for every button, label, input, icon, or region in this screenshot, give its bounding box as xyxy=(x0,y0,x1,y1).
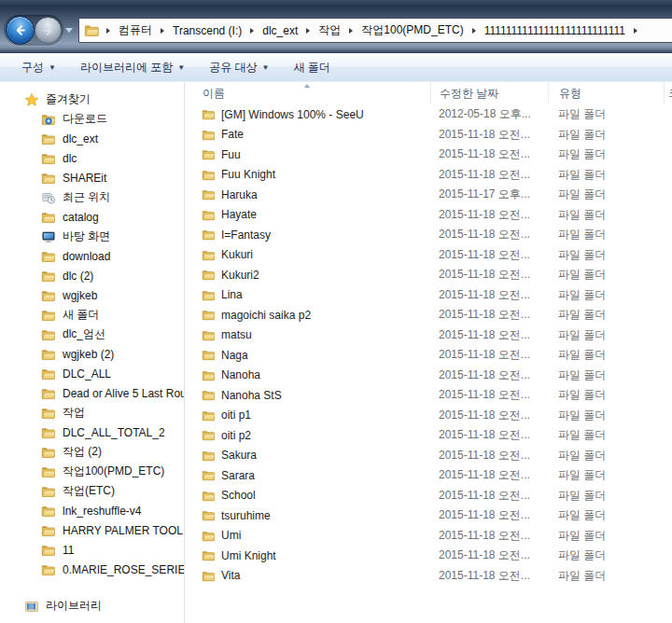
file-row[interactable]: Sarara 2015-11-18 오전... 파일 폴더 xyxy=(185,465,672,486)
file-row[interactable]: Haruka 2015-11-17 오후... 파일 폴더 xyxy=(185,185,672,205)
file-row[interactable]: Kukuri2 2015-11-18 오전... 파일 폴더 xyxy=(185,265,672,285)
file-row[interactable]: Kukuri 2015-11-18 오전... 파일 폴더 xyxy=(185,245,672,266)
file-row[interactable]: Nanoha 2015-11-18 오전... 파일 폴더 xyxy=(185,366,672,386)
file-type: 파일 폴더 xyxy=(548,187,664,202)
sidebar-item-label: lnk_reshuffle-v4 xyxy=(63,505,142,518)
column-header-type[interactable]: 유형 xyxy=(548,82,664,104)
toolbar-button[interactable]: 공유 대상 ▼ xyxy=(197,56,281,79)
sidebar-item-label: dlc (2) xyxy=(63,270,93,283)
folder-icon xyxy=(202,228,216,242)
sidebar-item[interactable]: wgjkeb xyxy=(0,285,184,305)
folder-icon xyxy=(202,107,216,121)
file-row[interactable]: Lina 2015-11-18 오전... 파일 폴더 xyxy=(185,285,672,306)
breadcrumb-arrow-icon[interactable] xyxy=(250,28,254,34)
column-header-size[interactable]: 크기 xyxy=(664,82,672,104)
sidebar-item[interactable]: HARRY PALMER TOOL xyxy=(0,520,184,540)
sidebar-item[interactable]: 작업100(PMD_ETC) xyxy=(0,462,184,481)
file-row[interactable]: Fuu Knight 2015-11-18 오전... 파일 폴더 xyxy=(185,165,672,186)
file-row[interactable]: School 2015-11-18 오전... 파일 폴더 xyxy=(185,486,672,506)
favorites-section: 즐겨찾기 다운로드 dlc_ext xyxy=(0,90,184,596)
toolbar-button[interactable]: 구성 ▼ xyxy=(9,56,68,79)
file-row[interactable]: Hayate 2015-11-18 오전... 파일 폴더 xyxy=(185,205,672,226)
file-row[interactable]: oiti p2 2015-11-18 오전... 파일 폴더 xyxy=(185,425,672,446)
recent-places-icon xyxy=(41,190,56,205)
sidebar-item[interactable]: dlc (2) xyxy=(0,266,184,285)
favorites-root[interactable]: 즐겨찾기 xyxy=(0,90,184,109)
folder-icon xyxy=(202,408,216,422)
file-type: 파일 폴더 xyxy=(548,307,664,323)
file-row[interactable]: Vita 2015-11-18 오전... 파일 폴더 xyxy=(185,566,672,587)
breadcrumb-arrow-icon[interactable] xyxy=(161,28,164,34)
recent-pages-chevron-icon[interactable] xyxy=(65,28,73,33)
file-row[interactable]: Fate 2015-11-18 오전... 파일 폴더 xyxy=(185,125,672,145)
folder-icon xyxy=(202,268,216,282)
sidebar-item[interactable]: lnk_reshuffle-v4 xyxy=(0,501,184,520)
breadcrumb-segment[interactable]: 컴퓨터 xyxy=(114,19,157,42)
sidebar-item[interactable]: catalog xyxy=(0,207,184,227)
libraries-root[interactable]: 라이브러리 xyxy=(0,596,184,616)
breadcrumb-segment[interactable]: 11111111111111111111111111 xyxy=(480,21,630,41)
folder-icon xyxy=(41,327,56,342)
sidebar-item[interactable]: dlc_엄선 xyxy=(0,325,184,344)
folder-icon xyxy=(202,208,216,222)
breadcrumb-arrow-icon[interactable] xyxy=(349,28,353,34)
forward-button[interactable] xyxy=(35,17,62,44)
sidebar-item[interactable]: 다운로드 xyxy=(0,109,184,129)
column-header-date[interactable]: 수정한 날짜 xyxy=(430,82,548,104)
file-row[interactable]: magoichi saika p2 2015-11-18 오전... 파일 폴더 xyxy=(185,305,672,325)
breadcrumb-segment[interactable]: dlc_ext xyxy=(258,21,302,41)
file-name: I=Fantasy xyxy=(221,228,271,242)
breadcrumb: 컴퓨터 Transcend (I:) dlc_ext 작업 작업100(PMD_… xyxy=(114,19,641,42)
file-name-cell: Nanoha StS xyxy=(185,388,430,402)
folder-icon xyxy=(202,489,216,503)
sidebar-item[interactable]: SHAREit xyxy=(0,168,184,187)
sidebar-item[interactable]: 최근 위치 xyxy=(0,187,184,207)
toolbar-button[interactable]: 라이브러리에 포함 ▼ xyxy=(68,56,197,79)
breadcrumb-arrow-icon[interactable] xyxy=(472,28,476,34)
folder-icon xyxy=(202,569,216,583)
toolbar-button[interactable]: 새 폴더 xyxy=(281,56,346,79)
file-row[interactable]: Umi Knight 2015-11-18 오전... 파일 폴더 xyxy=(185,546,672,566)
sidebar-item[interactable]: 11 xyxy=(0,540,184,560)
back-arrow-icon xyxy=(13,23,27,37)
file-row[interactable]: Sakura 2015-11-18 오전... 파일 폴더 xyxy=(185,446,672,466)
sidebar-item[interactable]: 작업 (2) xyxy=(0,442,184,462)
breadcrumb-arrow-icon[interactable] xyxy=(306,28,310,34)
sidebar-item[interactable]: DLC_ALL_TOTAL_2 xyxy=(0,422,184,442)
breadcrumb-segment[interactable]: 작업100(PMD_ETC) xyxy=(357,19,468,42)
address-bar[interactable]: 컴퓨터 Transcend (I:) dlc_ext 작업 작업100(PMD_… xyxy=(78,18,672,43)
sidebar-item[interactable]: download xyxy=(0,246,184,266)
file-list: [GM] Windows 100% - SeeU 2012-05-18 오후..… xyxy=(185,104,672,623)
sidebar-item[interactable]: dlc xyxy=(0,148,184,168)
file-row[interactable]: [GM] Windows 100% - SeeU 2012-05-18 오후..… xyxy=(185,104,672,125)
sidebar-item[interactable]: Dead or Alive 5 Last Round xyxy=(0,383,184,403)
sidebar-item[interactable]: dlc_ext xyxy=(0,129,184,148)
breadcrumb-segment[interactable]: 작업 xyxy=(314,19,345,42)
sidebar-item[interactable]: DLC_ALL xyxy=(0,364,184,383)
sidebar-item-label: 작업 xyxy=(63,405,85,421)
file-row[interactable]: Fuu 2015-11-18 오전... 파일 폴더 xyxy=(185,145,672,165)
sidebar-item[interactable]: 작업(ETC) xyxy=(0,481,184,501)
file-row[interactable]: oiti p1 2015-11-18 오전... 파일 폴더 xyxy=(185,406,672,426)
sidebar-item[interactable]: 새 폴더 xyxy=(0,305,184,325)
command-toolbar: 구성 ▼ 라이브러리에 포함 ▼ 공유 대상 ▼ 새 폴더 xyxy=(0,54,672,82)
file-row[interactable]: Nanoha StS 2015-11-18 오전... 파일 폴더 xyxy=(185,385,672,406)
file-row[interactable]: I=Fantasy 2015-11-18 오전... 파일 폴더 xyxy=(185,225,672,245)
sidebar-item[interactable]: 작업 xyxy=(0,403,184,422)
sidebar-item[interactable]: wgjkeb (2) xyxy=(0,344,184,364)
file-row[interactable]: Umi 2015-11-18 오전... 파일 폴더 xyxy=(185,526,672,547)
breadcrumb-segment[interactable]: Transcend (I:) xyxy=(168,21,246,41)
file-name-cell: I=Fantasy xyxy=(185,228,430,242)
breadcrumb-arrow-icon[interactable] xyxy=(106,28,110,34)
file-row[interactable]: matsu 2015-11-18 오전... 파일 폴더 xyxy=(185,325,672,346)
sidebar-item[interactable]: 0.MARIE_ROSE_SERIES xyxy=(0,560,184,579)
back-button[interactable] xyxy=(6,16,35,45)
file-type: 파일 폴더 xyxy=(548,507,664,523)
file-row[interactable]: Naga 2015-11-18 오전... 파일 폴더 xyxy=(185,345,672,366)
breadcrumb-arrow-icon[interactable] xyxy=(634,28,637,34)
content-area: 즐겨찾기 다운로드 dlc_ext xyxy=(0,82,672,623)
file-type: 파일 폴더 xyxy=(548,568,664,584)
sidebar-item[interactable]: 바탕 화면 xyxy=(0,227,184,246)
file-name: Haruka xyxy=(221,188,258,201)
file-row[interactable]: tsuruhime 2015-11-18 오전... 파일 폴더 xyxy=(185,505,672,526)
